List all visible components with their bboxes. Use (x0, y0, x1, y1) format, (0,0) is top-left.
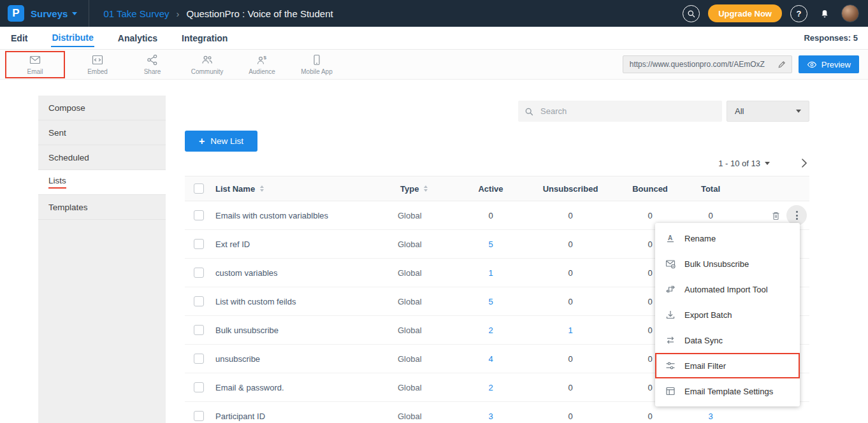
menu-item-label: Email Filter (684, 361, 726, 371)
tab-distribute[interactable]: Distribute (51, 29, 94, 47)
sidebar-item-compose[interactable]: Compose (38, 96, 166, 120)
delete-list-button[interactable] (768, 208, 784, 224)
sort-icon (260, 185, 264, 192)
unsubscribed-count: 0 (523, 297, 618, 306)
channel-email[interactable]: Email (15, 54, 55, 75)
total-count: 0 (682, 211, 739, 220)
email-icon (28, 54, 42, 66)
tab-analytics[interactable]: Analytics (117, 29, 158, 47)
list-type: Global (398, 412, 459, 421)
community-icon (200, 54, 214, 66)
chevron-right-icon: › (177, 8, 180, 19)
breadcrumb-survey-link[interactable]: 01 Take Survey (103, 8, 169, 19)
menu-item-automated-import-tool[interactable]: Automated Import Tool (655, 276, 800, 302)
menu-item-rename[interactable]: A Rename (655, 226, 800, 251)
column-header-list-name[interactable]: List Name (213, 184, 398, 194)
sidebar-item-sent[interactable]: Sent (38, 120, 166, 145)
select-all-checkbox[interactable] (194, 183, 204, 194)
survey-url-input[interactable] (628, 59, 774, 69)
email-filter-icon (665, 361, 676, 371)
annotation-box-email: Email (5, 51, 65, 78)
menu-item-label: Bulk Unsubscribe (684, 259, 749, 269)
new-list-button[interactable]: + New List (185, 131, 257, 152)
unsubscribed-count[interactable]: 1 (523, 326, 618, 335)
chevron-down-icon (796, 110, 801, 113)
row-checkbox[interactable] (194, 296, 204, 306)
list-type: Global (398, 211, 459, 220)
sidebar-item-scheduled[interactable]: Scheduled (38, 145, 166, 170)
channel-community[interactable]: Community (187, 54, 227, 75)
tab-edit[interactable]: Edit (10, 29, 28, 47)
sidebar-item-lists[interactable]: Lists (38, 170, 166, 195)
search-button[interactable] (683, 5, 700, 22)
active-count[interactable]: 3 (459, 412, 523, 421)
bounced-count: 0 (618, 211, 682, 220)
active-count[interactable]: 5 (459, 240, 523, 249)
breadcrumb: 01 Take Survey › QuestionPro : Voice of … (103, 8, 333, 19)
search-icon (524, 107, 533, 116)
row-checkbox[interactable] (194, 325, 204, 335)
edit-pencil-icon[interactable] (778, 60, 786, 69)
preview-button[interactable]: Preview (799, 55, 859, 73)
active-count[interactable]: 2 (459, 383, 523, 392)
channel-embed[interactable]: Embed (78, 54, 117, 75)
channel-share[interactable]: Share (133, 54, 172, 75)
list-name-link[interactable]: Bulk unsubscribe (215, 326, 278, 335)
menu-item-email-template-settings[interactable]: Email Template Settings (655, 378, 800, 404)
list-name-link[interactable]: Emails with custom variablbles (215, 211, 328, 220)
list-name-link[interactable]: custom variables (215, 268, 278, 278)
pagination: 1 - 10 of 13 (185, 158, 809, 168)
channel-label: Community (191, 68, 224, 75)
active-count[interactable]: 2 (459, 326, 523, 335)
list-name-link[interactable]: Participant ID (215, 412, 265, 421)
questionpro-logo[interactable]: P (8, 5, 24, 22)
chevron-down-icon (72, 12, 77, 15)
menu-item-email-filter[interactable]: Email Filter (655, 353, 800, 378)
row-checkbox[interactable] (194, 239, 204, 249)
notifications-button[interactable] (816, 5, 833, 22)
menu-item-label: Email Template Settings (684, 387, 773, 396)
list-name-link[interactable]: Email & password. (215, 383, 284, 392)
list-name-link[interactable]: List with custom feilds (215, 297, 296, 306)
menu-item-bulk-unsubscribe[interactable]: Bulk Unsubscribe (655, 251, 800, 276)
sidebar-item-templates[interactable]: Templates (38, 195, 166, 220)
embed-icon (90, 54, 105, 66)
breadcrumb-page-title: QuestionPro : Voice of the Student (187, 8, 333, 19)
active-count[interactable]: 4 (459, 354, 523, 364)
unsubscribed-count: 0 (523, 268, 618, 278)
list-name-link[interactable]: Ext ref ID (215, 240, 250, 249)
channel-label: Mobile App (301, 68, 332, 75)
active-count[interactable]: 5 (459, 297, 523, 306)
help-button[interactable]: ? (790, 5, 807, 22)
user-avatar[interactable] (841, 4, 859, 22)
responses-count[interactable]: Responses: 5 (804, 33, 858, 43)
header-actions: Upgrade Now ? (683, 4, 859, 22)
pagination-range-dropdown[interactable]: 1 - 10 of 13 (718, 159, 770, 168)
svg-text:A: A (668, 234, 672, 241)
list-filter-dropdown[interactable]: All (727, 101, 809, 122)
plus-icon: + (199, 136, 205, 147)
row-checkbox[interactable] (194, 382, 204, 392)
pagination-next-button[interactable] (799, 158, 809, 168)
row-checkbox[interactable] (194, 354, 204, 364)
menu-item-export-batch[interactable]: Export Batch (655, 302, 800, 327)
row-checkbox[interactable] (194, 411, 204, 421)
column-header-unsubscribed: Unsubscribed (523, 184, 618, 194)
active-count[interactable]: 1 (459, 268, 523, 278)
channel-mobile-app[interactable]: Mobile App (297, 54, 336, 75)
column-header-type[interactable]: Type (398, 184, 459, 194)
row-checkbox[interactable] (194, 210, 204, 220)
column-header-active: Active (459, 184, 523, 194)
upgrade-now-button[interactable]: Upgrade Now (708, 4, 782, 22)
search-input[interactable] (539, 106, 716, 117)
product-switcher[interactable]: Surveys (31, 8, 77, 19)
menu-item-data-sync[interactable]: Data Sync (655, 327, 800, 353)
tab-integration[interactable]: Integration (181, 29, 228, 47)
list-name-link[interactable]: unsubscribe (215, 354, 260, 364)
total-count[interactable]: 3 (682, 412, 739, 421)
email-sidebar: Compose Sent Scheduled Lists Templates (38, 96, 166, 423)
unsubscribed-count: 0 (523, 383, 618, 392)
product-label: Surveys (31, 8, 68, 19)
channel-audience[interactable]: $ Audience (242, 54, 282, 75)
row-checkbox[interactable] (194, 268, 204, 278)
